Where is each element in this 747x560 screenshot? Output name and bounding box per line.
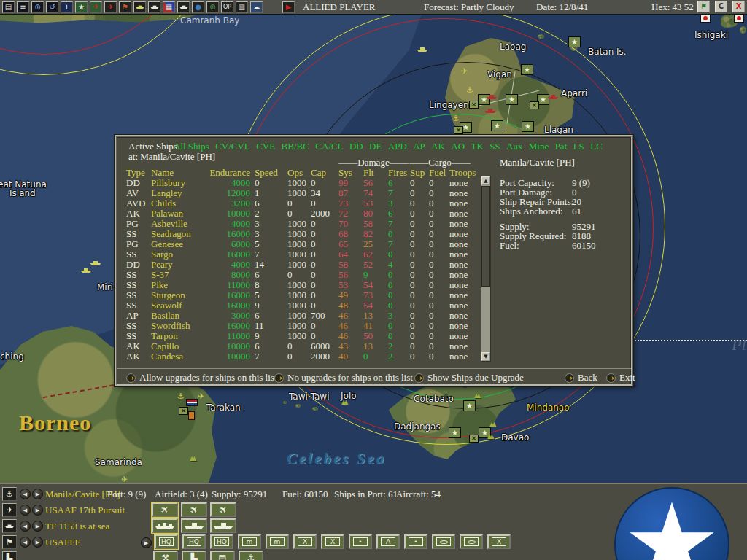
info-icon[interactable]: i xyxy=(61,1,73,13)
table-row[interactable]: SSSeawolf160009100004854000none xyxy=(126,300,479,311)
table-row[interactable]: SSSturgeon160005100004973000none xyxy=(126,290,479,300)
unit-button[interactable] xyxy=(460,534,483,549)
next-arrow-icon[interactable]: ▶ xyxy=(32,537,43,548)
port-icon[interactable]: ⚓ xyxy=(177,392,185,401)
table-row[interactable]: DDPeary400014100005852400none xyxy=(126,260,479,270)
task-force-icon[interactable] xyxy=(148,1,160,13)
industry-button[interactable]: ▙ xyxy=(182,551,206,560)
ship-class-button[interactable] xyxy=(210,518,236,533)
ship-marker-icon[interactable] xyxy=(417,41,428,55)
map-cycle-icon[interactable]: ↺ xyxy=(46,1,58,13)
base-icon[interactable]: ★ xyxy=(449,427,461,438)
operations-icon[interactable]: OP xyxy=(221,1,233,13)
airfield-icon[interactable]: ✈ xyxy=(121,475,128,483)
naval-icon[interactable] xyxy=(133,1,146,13)
filter-bb-bc[interactable]: BB/BC xyxy=(282,141,309,152)
airfield-icon[interactable]: ✈ xyxy=(198,392,204,401)
unit-button[interactable]: HQ xyxy=(210,534,233,549)
table-row[interactable]: DDPillsbury40000100009956600none xyxy=(126,178,479,188)
filter-tk[interactable]: TK xyxy=(471,141,483,152)
flag-toggle-icon[interactable]: ⚑ xyxy=(697,1,710,12)
flags-icon[interactable]: ⚑ xyxy=(119,1,131,13)
table-row[interactable]: PGAsheville40003100007058700none xyxy=(126,219,479,229)
supply-depot-button[interactable]: ▤ xyxy=(210,551,235,560)
base-icon[interactable]: ★ xyxy=(521,64,533,75)
air-group-link[interactable]: USAAF 17th Pursuit xyxy=(45,505,125,516)
base-icon[interactable]: ★ xyxy=(491,120,503,131)
hq-link[interactable]: USAFFE xyxy=(45,537,80,548)
prev-arrow-icon[interactable]: ◀ xyxy=(20,505,31,516)
table-row[interactable]: AVDChilds32006007353300none xyxy=(126,198,479,209)
enemy-base-icon[interactable] xyxy=(700,14,711,23)
aircraft-type-button[interactable]: ✈ xyxy=(210,502,236,517)
ship-class-button[interactable] xyxy=(152,518,178,533)
filter-mine[interactable]: Mine xyxy=(529,141,549,152)
filter-apd[interactable]: APD xyxy=(388,141,407,152)
unit-button[interactable]: • xyxy=(404,534,427,549)
next-arrow-icon[interactable]: ▶ xyxy=(32,489,43,499)
port-icon[interactable]: ⚓ xyxy=(466,85,473,95)
base-icon[interactable]: ★ xyxy=(506,94,518,105)
table-row[interactable]: SSSargo160007100006462000none xyxy=(126,249,479,260)
mosaic-icon[interactable]: ▦ xyxy=(163,1,175,13)
port-icon[interactable]: ⚓ xyxy=(452,114,460,123)
world-alt-icon[interactable]: ⊕ xyxy=(206,1,219,13)
filter-de[interactable]: DE xyxy=(369,141,382,152)
close-icon[interactable]: X xyxy=(732,1,745,12)
table-row[interactable]: SSTarpon110009100004650000none xyxy=(126,331,479,341)
show-due-upgrade-button[interactable]: →Show Ships due Upgrade xyxy=(414,372,524,384)
prev-arrow-icon[interactable]: ◀ xyxy=(20,521,31,532)
filter-all-ships[interactable]: All Ships xyxy=(174,141,209,152)
air-mode-icon[interactable]: ✈ xyxy=(2,503,17,517)
filter-cve[interactable]: CVE xyxy=(256,141,275,152)
prev-arrow-icon[interactable]: ◀ xyxy=(20,489,31,499)
enemy-base-icon[interactable] xyxy=(734,14,744,23)
filter-aux[interactable]: Aux xyxy=(506,141,522,152)
unit-icon[interactable]: × xyxy=(179,407,188,415)
base-icon[interactable]: ★ xyxy=(463,400,476,411)
combat-report-icon[interactable]: C xyxy=(715,1,727,12)
industry-mode-icon[interactable]: ▙ xyxy=(2,551,17,560)
unit-button[interactable]: X xyxy=(293,534,317,549)
filter-pat[interactable]: Pat xyxy=(555,141,568,152)
aircraft-type-button[interactable]: ✈ xyxy=(181,502,207,517)
taskforce-mode-icon[interactable] xyxy=(2,519,17,533)
unit-icon[interactable]: × xyxy=(469,101,479,109)
air-groups-icon[interactable]: ✈ xyxy=(104,1,117,13)
filter-ca-cl[interactable]: CA/CL xyxy=(315,141,343,152)
unit-button[interactable]: HQ xyxy=(182,534,206,549)
unit-button[interactable]: HQ xyxy=(155,534,178,549)
aircraft-type-button[interactable]: ✈ xyxy=(152,502,178,517)
filter-ls[interactable]: LS xyxy=(573,141,584,152)
filter-ak[interactable]: AK xyxy=(431,141,445,152)
filter-lc[interactable]: LC xyxy=(590,141,603,152)
unit-button[interactable]: • xyxy=(349,534,372,549)
end-turn-icon[interactable]: ▶ xyxy=(282,1,295,13)
table-row[interactable]: SSPike110008100005354000none xyxy=(126,280,479,290)
unit-button[interactable]: m xyxy=(238,534,261,549)
save-icon[interactable]: ▤ xyxy=(2,1,15,13)
back-button[interactable]: →Back xyxy=(565,372,597,384)
weather-icon[interactable]: ☁ xyxy=(250,1,263,13)
table-row[interactable]: APBasilan3000610007004613300none xyxy=(126,311,479,321)
map-zoom-icon[interactable]: ⊕ xyxy=(31,1,44,13)
enemy-ship-icon[interactable] xyxy=(484,102,496,116)
repair-button[interactable]: ⚒ xyxy=(153,551,178,560)
expand-units-icon[interactable]: ▶ xyxy=(141,537,152,548)
filter-cv-cvl[interactable]: CV/CVL xyxy=(215,141,250,152)
table-row[interactable]: AVLangley1200011000348774700none xyxy=(126,188,479,198)
ship-marker-icon[interactable] xyxy=(80,262,92,276)
port-mode-icon[interactable]: ⚓ xyxy=(2,487,17,501)
allow-upgrades-button[interactable]: →Allow upgrades for ships on this list xyxy=(126,372,277,384)
no-upgrades-button[interactable]: →No upgrades for ships on this list xyxy=(274,372,413,384)
filter-ss[interactable]: SS xyxy=(489,141,500,152)
airfield-icon[interactable]: ✈ xyxy=(461,66,468,76)
shipyard-button[interactable]: ⚓ xyxy=(239,551,263,560)
unit-button[interactable]: A xyxy=(376,534,400,549)
base-icon[interactable]: ★ xyxy=(568,36,581,47)
unit-icon[interactable]: × xyxy=(530,101,539,109)
table-row[interactable]: SSSwordfish1600011100004641000none xyxy=(126,321,479,331)
next-arrow-icon[interactable]: ▶ xyxy=(32,521,43,532)
table-row[interactable]: AKCapillo100006060004313200none xyxy=(126,341,479,351)
ground-mode-icon[interactable]: ⚑ xyxy=(2,535,17,549)
